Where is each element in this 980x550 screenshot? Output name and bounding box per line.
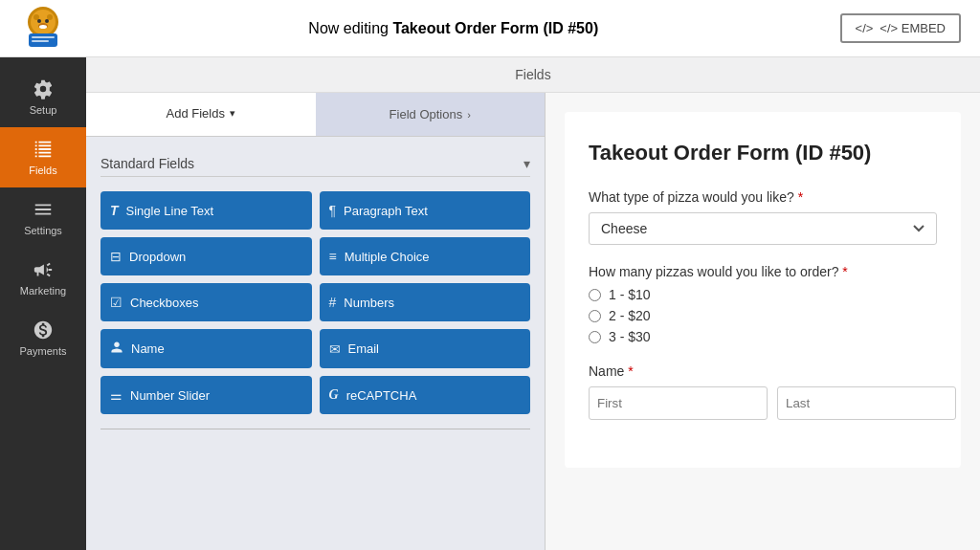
embed-code-icon: </> xyxy=(856,21,874,35)
field-btn-dropdown[interactable]: ⊟ Dropdown xyxy=(100,237,312,275)
radio-item-2[interactable]: 2 - $20 xyxy=(589,308,937,323)
fields-header: Fields xyxy=(86,57,980,93)
required-asterisk-2: * xyxy=(838,264,847,279)
name-input-row xyxy=(589,386,937,420)
right-panel: Takeout Order Form (ID #50) What type of… xyxy=(546,93,980,550)
name-label: Name * xyxy=(589,363,937,379)
field-btn-name[interactable]: Name xyxy=(100,329,312,368)
main-layout: Setup Fields Settings Marketing Payments xyxy=(0,57,980,550)
svg-rect-10 xyxy=(32,40,49,42)
marketing-icon xyxy=(33,259,54,280)
svg-point-1 xyxy=(31,10,56,34)
field-btn-number-slider[interactable]: ⚌ Number Slider xyxy=(100,376,312,414)
sidebar-item-setup[interactable]: Setup xyxy=(0,67,86,127)
settings-icon xyxy=(33,199,54,220)
fields-content: Add Fields ▾ Field Options › Standard Fi… xyxy=(86,93,980,550)
standard-fields-header: Standard Fields ▾ xyxy=(100,151,530,177)
form-field-name: Name * xyxy=(589,363,937,420)
sidebar-fields-label: Fields xyxy=(29,165,56,176)
tab-add-fields[interactable]: Add Fields ▾ xyxy=(86,93,316,136)
sidebar: Setup Fields Settings Marketing Payments xyxy=(0,57,86,550)
email-icon: ✉ xyxy=(329,341,341,357)
person-icon xyxy=(110,341,123,357)
sidebar-item-marketing[interactable]: Marketing xyxy=(0,248,86,308)
pizza-count-label: How many pizzas would you like to order?… xyxy=(589,264,937,279)
content-area: Fields Add Fields ▾ Field Options › xyxy=(86,57,980,550)
dropdown-icon: ⊟ xyxy=(110,249,122,264)
field-btn-email[interactable]: ✉ Email xyxy=(320,329,531,368)
form-preview-title: Takeout Order Form (ID #50) xyxy=(589,141,937,165)
top-bar-title: Now editing Takeout Order Form (ID #50) xyxy=(308,20,598,37)
payments-icon xyxy=(33,319,54,341)
sidebar-marketing-label: Marketing xyxy=(20,285,66,297)
svg-point-2 xyxy=(33,14,39,20)
field-buttons-grid: T Single Line Text ¶ Paragraph Text ⊟ Dr… xyxy=(100,191,530,414)
required-asterisk: * xyxy=(794,189,803,205)
field-btn-multiple-choice[interactable]: ≡ Multiple Choice xyxy=(320,237,531,275)
field-btn-recaptcha[interactable]: G reCAPTCHA xyxy=(320,376,531,414)
fields-list: Standard Fields ▾ T Single Line Text ¶ P… xyxy=(86,137,545,550)
multiple-choice-icon: ≡ xyxy=(329,249,337,264)
section-chevron-icon: ▾ xyxy=(523,156,530,171)
radio-item-1[interactable]: 1 - $10 xyxy=(589,287,937,302)
embed-button[interactable]: </> </> EMBED xyxy=(840,13,961,43)
form-field-pizza-count: How many pizzas would you like to order?… xyxy=(589,264,937,344)
sidebar-setup-label: Setup xyxy=(30,104,57,116)
checkbox-icon: ☑ xyxy=(110,295,122,310)
field-btn-single-line-text[interactable]: T Single Line Text xyxy=(100,191,312,230)
tab-bar: Add Fields ▾ Field Options › xyxy=(86,93,545,137)
svg-point-3 xyxy=(47,14,53,20)
field-btn-numbers[interactable]: # Numbers xyxy=(320,283,531,321)
logo xyxy=(19,3,67,55)
sidebar-item-settings[interactable]: Settings xyxy=(0,187,86,248)
required-asterisk-3: * xyxy=(624,363,633,379)
sidebar-payments-label: Payments xyxy=(20,345,67,357)
chevron-right-icon: › xyxy=(467,109,471,121)
pizza-count-radio-group: 1 - $10 2 - $20 3 - $30 xyxy=(589,287,937,344)
radio-2[interactable] xyxy=(589,310,601,322)
svg-rect-9 xyxy=(32,36,55,38)
form-field-pizza-type: What type of pizza would you like? * Che… xyxy=(589,189,937,245)
pizza-type-select[interactable]: Cheese Pepperoni Veggie Margherita xyxy=(589,212,937,245)
slider-icon: ⚌ xyxy=(110,387,122,403)
sidebar-settings-label: Settings xyxy=(24,225,62,236)
field-btn-checkboxes[interactable]: ☑ Checkboxes xyxy=(100,283,312,321)
name-first-input[interactable] xyxy=(589,386,768,420)
radio-1[interactable] xyxy=(589,289,601,301)
sidebar-item-payments[interactable]: Payments xyxy=(0,308,86,368)
radio-3[interactable] xyxy=(589,331,601,343)
left-panel: Add Fields ▾ Field Options › Standard Fi… xyxy=(86,93,546,550)
pizza-type-label: What type of pizza would you like? * xyxy=(589,189,937,205)
recaptcha-icon: G xyxy=(329,387,339,403)
radio-item-3[interactable]: 3 - $30 xyxy=(589,329,937,344)
chevron-down-icon: ▾ xyxy=(230,107,235,120)
text-icon: T xyxy=(110,203,119,218)
top-bar: Now editing Takeout Order Form (ID #50) … xyxy=(0,0,980,57)
gear-icon xyxy=(33,78,54,99)
svg-point-6 xyxy=(45,19,49,23)
svg-point-7 xyxy=(39,25,47,29)
hash-icon: # xyxy=(329,295,337,310)
svg-point-5 xyxy=(37,19,41,23)
fields-divider xyxy=(100,429,530,429)
sidebar-item-fields[interactable]: Fields xyxy=(0,127,86,187)
fields-icon xyxy=(33,139,54,160)
form-preview: Takeout Order Form (ID #50) What type of… xyxy=(565,112,961,468)
name-last-input[interactable] xyxy=(777,386,956,420)
tab-field-options[interactable]: Field Options › xyxy=(316,93,546,136)
field-btn-paragraph-text[interactable]: ¶ Paragraph Text xyxy=(320,191,531,230)
paragraph-icon: ¶ xyxy=(329,203,337,218)
